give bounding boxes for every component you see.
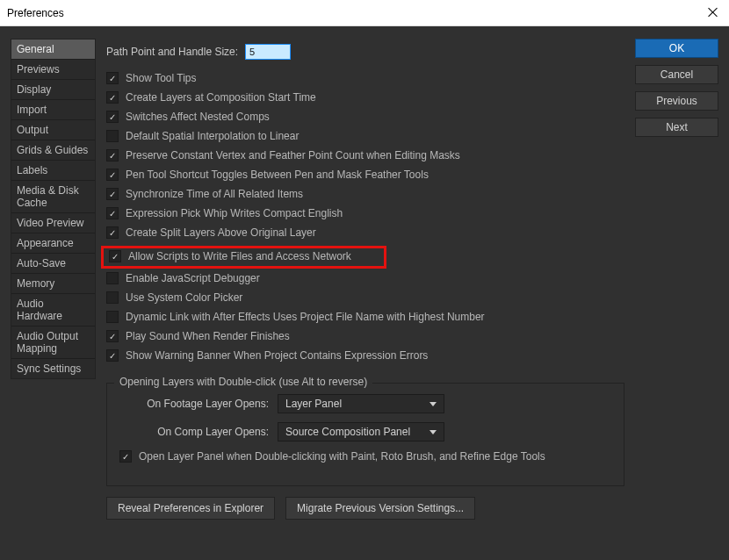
- sidebar-item-auto-save[interactable]: Auto-Save: [11, 253, 95, 273]
- path-point-size-row: Path Point and Handle Size:: [106, 44, 624, 60]
- sidebar-item-grids-guides[interactable]: Grids & Guides: [11, 140, 95, 160]
- pref-check-label: Enable JavaScript Debugger: [126, 272, 260, 284]
- pref-check-label: Create Layers at Composition Start Time: [126, 91, 316, 104]
- group-title: Opening Layers with Double-click (use Al…: [114, 376, 372, 388]
- pref-check-row: Enable JavaScript Debugger: [106, 272, 624, 284]
- sidebar-item-output[interactable]: Output: [11, 119, 95, 140]
- open-layer-panel-check-row: Open Layer Panel when Double-clicking wi…: [119, 450, 611, 463]
- footage-layer-label: On Footage Layer Opens:: [137, 398, 269, 410]
- bottom-button-row: Reveal Preferences in Explorer Migrate P…: [106, 497, 624, 520]
- path-point-size-input[interactable]: [245, 44, 291, 60]
- pref-check-row: Allow Scripts to Write Files and Access …: [109, 250, 380, 262]
- pref-check-row: Play Sound When Render Finishes: [106, 330, 624, 342]
- chevron-down-icon: [429, 402, 437, 406]
- pref-checkbox[interactable]: [106, 149, 119, 162]
- preferences-panel: GeneralPreviewsDisplayImportOutputGrids …: [0, 26, 729, 560]
- pref-checkbox[interactable]: [106, 272, 119, 284]
- footage-layer-value: Layer Panel: [285, 398, 342, 410]
- pref-check-label: Use System Color Picker: [126, 291, 242, 304]
- sidebar-item-general[interactable]: General: [11, 39, 95, 59]
- pref-checkbox[interactable]: [106, 169, 119, 181]
- pref-checkbox[interactable]: [106, 226, 119, 239]
- pref-check-row: Show Tool Tips: [106, 72, 624, 84]
- sidebar-item-audio-hardware[interactable]: Audio Hardware: [11, 293, 95, 326]
- pref-check-label: Play Sound When Render Finishes: [126, 330, 290, 342]
- pref-check-row: Use System Color Picker: [106, 291, 624, 304]
- pref-checkbox[interactable]: [109, 250, 121, 262]
- pref-checkbox[interactable]: [106, 91, 119, 104]
- sidebar-item-memory[interactable]: Memory: [11, 273, 95, 293]
- pref-check-label: Show Tool Tips: [126, 72, 197, 84]
- footage-layer-dropdown[interactable]: Layer Panel: [278, 394, 444, 413]
- pref-check-row: Create Layers at Composition Start Time: [106, 91, 624, 104]
- pref-check-label: Allow Scripts to Write Files and Access …: [128, 250, 351, 262]
- pref-check-row: Synchronize Time of All Related Items: [106, 188, 624, 200]
- pref-check-label: Synchronize Time of All Related Items: [126, 188, 303, 200]
- ok-button[interactable]: OK: [635, 39, 718, 58]
- footage-layer-row: On Footage Layer Opens: Layer Panel: [119, 394, 611, 413]
- sidebar-item-media-disk-cache[interactable]: Media & Disk Cache: [11, 180, 95, 212]
- pref-check-row: Create Split Layers Above Original Layer: [106, 226, 624, 239]
- comp-layer-value: Source Composition Panel: [285, 426, 410, 438]
- reveal-preferences-button[interactable]: Reveal Preferences in Explorer: [106, 497, 275, 520]
- migrate-settings-button[interactable]: Migrate Previous Version Settings...: [285, 497, 475, 520]
- pref-check-row: Default Spatial Interpolation to Linear: [106, 130, 624, 142]
- titlebar: Preferences: [0, 0, 729, 26]
- close-icon[interactable]: [706, 5, 720, 19]
- next-button[interactable]: Next: [635, 118, 718, 137]
- category-sidebar: GeneralPreviewsDisplayImportOutputGrids …: [11, 39, 96, 379]
- open-layer-panel-label: Open Layer Panel when Double-clicking wi…: [139, 450, 545, 463]
- pref-check-row: Switches Affect Nested Comps: [106, 111, 624, 123]
- sidebar-item-audio-output-mapping[interactable]: Audio Output Mapping: [11, 326, 95, 358]
- general-settings-pane: Path Point and Handle Size: Show Tool Ti…: [106, 39, 624, 548]
- dialog-buttons: OK Cancel Previous Next: [635, 39, 718, 548]
- sidebar-item-appearance[interactable]: Appearance: [11, 233, 95, 253]
- sidebar-item-labels[interactable]: Labels: [11, 160, 95, 180]
- pref-check-label: Preserve Constant Vertex and Feather Poi…: [126, 149, 460, 162]
- pref-checkbox[interactable]: [106, 207, 119, 219]
- comp-layer-row: On Comp Layer Opens: Source Composition …: [119, 422, 611, 442]
- pref-check-label: Create Split Layers Above Original Layer: [126, 226, 316, 239]
- pref-check-label: Show Warning Banner When Project Contain…: [126, 349, 428, 362]
- pref-check-label: Default Spatial Interpolation to Linear: [126, 130, 299, 142]
- highlighted-option: Allow Scripts to Write Files and Access …: [101, 246, 386, 269]
- opening-layers-group: Opening Layers with Double-click (use Al…: [106, 383, 624, 486]
- pref-checkbox[interactable]: [106, 291, 119, 304]
- sidebar-item-import[interactable]: Import: [11, 99, 95, 119]
- pref-check-row: Preserve Constant Vertex and Feather Poi…: [106, 149, 624, 162]
- path-point-size-label: Path Point and Handle Size:: [106, 46, 238, 58]
- pref-checkbox[interactable]: [106, 130, 119, 142]
- pref-checkbox[interactable]: [106, 330, 119, 342]
- open-layer-panel-checkbox[interactable]: [119, 450, 132, 463]
- pref-check-label: Pen Tool Shortcut Toggles Between Pen an…: [126, 169, 429, 181]
- sidebar-item-sync-settings[interactable]: Sync Settings: [11, 358, 95, 378]
- pref-check-row: Pen Tool Shortcut Toggles Between Pen an…: [106, 169, 624, 181]
- pref-check-label: Switches Affect Nested Comps: [126, 111, 270, 123]
- pref-checkbox[interactable]: [106, 111, 119, 123]
- pref-check-row: Show Warning Banner When Project Contain…: [106, 349, 624, 362]
- comp-layer-dropdown[interactable]: Source Composition Panel: [278, 422, 444, 442]
- pref-check-row: Dynamic Link with After Effects Uses Pro…: [106, 311, 624, 323]
- comp-layer-label: On Comp Layer Opens:: [137, 426, 269, 438]
- pref-checkbox[interactable]: [106, 349, 119, 362]
- window-title: Preferences: [7, 7, 64, 19]
- pref-checkbox[interactable]: [106, 311, 119, 323]
- chevron-down-icon: [429, 430, 437, 434]
- pref-checkbox[interactable]: [106, 188, 119, 200]
- previous-button[interactable]: Previous: [635, 91, 718, 111]
- pref-check-label: Dynamic Link with After Effects Uses Pro…: [126, 311, 485, 323]
- pref-check-label: Expression Pick Whip Writes Compact Engl…: [126, 207, 343, 219]
- pref-checkbox[interactable]: [106, 72, 119, 84]
- sidebar-item-display[interactable]: Display: [11, 79, 95, 99]
- sidebar-item-video-preview[interactable]: Video Preview: [11, 212, 95, 233]
- pref-check-row: Expression Pick Whip Writes Compact Engl…: [106, 207, 624, 219]
- cancel-button[interactable]: Cancel: [635, 65, 718, 84]
- sidebar-item-previews[interactable]: Previews: [11, 59, 95, 79]
